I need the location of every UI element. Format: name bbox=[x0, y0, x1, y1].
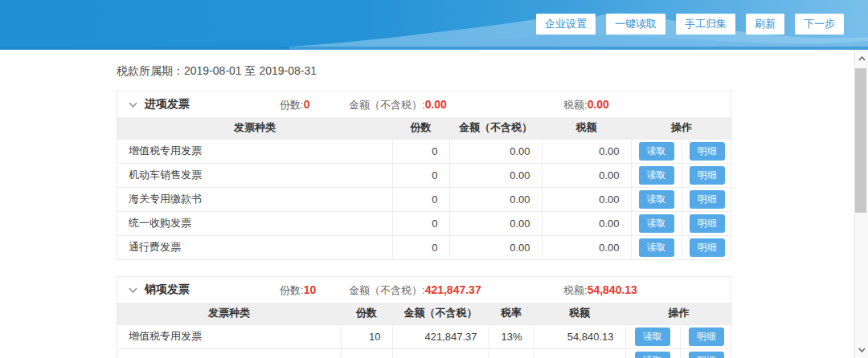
section-title: 销项发票 bbox=[145, 283, 190, 297]
detail-button[interactable]: 明细 bbox=[690, 190, 725, 209]
input-invoice-panel: 进项发票 份数:0 金额（不含税）:0.00 税额:0.00 发票种类 份数 金… bbox=[117, 91, 731, 260]
output-invoice-panel: 销项发票 份数:10 金额（不含税）:421,847.37 税额:54,840.… bbox=[117, 276, 731, 358]
invoice-type-cell: 机动车销售发票 bbox=[117, 163, 392, 187]
col-amount: 金额（不含税） bbox=[449, 117, 542, 139]
table-header-row: 发票种类 份数 金额（不含税） 税率 税额 操作 bbox=[117, 303, 732, 324]
detail-button[interactable]: 明细 bbox=[690, 238, 725, 257]
count-cell: 0 bbox=[392, 211, 449, 235]
col-invoice-type: 发票种类 bbox=[117, 117, 392, 139]
summary-tax: 税额:0.00 bbox=[563, 92, 609, 117]
amount-cell: 0.00 bbox=[449, 187, 542, 211]
invoice-type-cell: 增值税专用发票 bbox=[117, 324, 341, 348]
count-cell bbox=[341, 348, 392, 358]
amount-cell bbox=[392, 348, 489, 358]
top-header: 企业设置 一键读取 手工归集 刷新 下一步 bbox=[0, 0, 868, 50]
table-row: 机动车销售发票 0 0.00 0.00 读取 明细 bbox=[117, 163, 732, 187]
section-title: 进项发票 bbox=[145, 97, 190, 112]
main-content: 税款所属期：2019-08-01 至 2019-08-31 进项发票 份数:0 … bbox=[0, 50, 868, 358]
summary-count: 份数:0 bbox=[280, 92, 309, 117]
summary-tax: 税额:54,840.13 bbox=[563, 277, 637, 303]
input-invoice-section-header[interactable]: 进项发票 份数:0 金额（不含税）:0.00 税额:0.00 bbox=[117, 92, 731, 117]
detail-button[interactable]: 明细 bbox=[689, 352, 724, 358]
input-invoice-table: 发票种类 份数 金额（不含税） 税额 操作 增值税专用发票 0 0.00 0.0… bbox=[117, 117, 732, 259]
tax-period-value: 2019-08-01 至 2019-08-31 bbox=[184, 64, 317, 77]
col-tax: 税额 bbox=[542, 117, 631, 139]
amount-cell: 0.00 bbox=[449, 235, 542, 259]
enterprise-settings-button[interactable]: 企业设置 bbox=[536, 14, 596, 35]
tax-period-text: 税款所属期：2019-08-01 至 2019-08-31 bbox=[117, 64, 868, 79]
amount-cell: 0.00 bbox=[449, 163, 542, 187]
invoice-type-cell: 增值税专用发票 bbox=[117, 139, 392, 163]
invoice-type-cell: 通行费发票 bbox=[117, 235, 392, 259]
chevron-down-icon bbox=[129, 287, 137, 293]
chevron-down-icon bbox=[129, 102, 137, 108]
read-button[interactable]: 读取 bbox=[639, 166, 674, 185]
output-invoice-section-header[interactable]: 销项发票 份数:10 金额（不含税）:421,847.37 税额:54,840.… bbox=[117, 277, 731, 303]
summary-count: 份数:10 bbox=[280, 277, 316, 303]
summary-amount: 金额（不含税）:421,847.37 bbox=[349, 277, 481, 303]
count-cell: 0 bbox=[392, 235, 449, 259]
count-cell: 10 bbox=[341, 324, 392, 348]
count-cell: 0 bbox=[392, 139, 449, 163]
table-row: 通行费发票 0 0.00 0.00 读取 明细 bbox=[117, 235, 732, 259]
tax-cell: 0.00 bbox=[542, 163, 631, 187]
detail-button[interactable]: 明细 bbox=[690, 142, 725, 161]
col-count: 份数 bbox=[392, 117, 449, 139]
one-click-read-button[interactable]: 一键读取 bbox=[606, 14, 665, 35]
table-row: 增值税专用发票 10 421,847.37 13% 54,840.13 读取 明… bbox=[117, 324, 732, 348]
detail-button[interactable]: 明细 bbox=[689, 327, 724, 346]
tax-cell: 0.00 bbox=[542, 187, 631, 211]
scroll-down-icon[interactable] bbox=[855, 343, 868, 356]
table-row-partial: 读取 明细 bbox=[117, 348, 732, 358]
refresh-button[interactable]: 刷新 bbox=[746, 14, 784, 35]
tax-cell bbox=[534, 348, 625, 358]
rate-cell: 13% bbox=[489, 324, 534, 348]
amount-cell: 421,847.37 bbox=[392, 324, 489, 348]
read-button[interactable]: 读取 bbox=[639, 142, 674, 161]
output-invoice-table: 发票种类 份数 金额（不含税） 税率 税额 操作 增值税专用发票 10 421,… bbox=[117, 303, 732, 358]
scrollbar-thumb[interactable] bbox=[855, 68, 866, 213]
scroll-up-icon[interactable] bbox=[855, 51, 868, 65]
tax-cell: 0.00 bbox=[542, 139, 631, 163]
table-row: 海关专用缴款书 0 0.00 0.00 读取 明细 bbox=[117, 187, 732, 211]
vertical-scrollbar[interactable] bbox=[854, 50, 868, 358]
tax-cell: 54,840.13 bbox=[534, 324, 625, 348]
manual-collect-button[interactable]: 手工归集 bbox=[676, 14, 735, 35]
table-row: 增值税专用发票 0 0.00 0.00 读取 明细 bbox=[117, 139, 732, 163]
count-cell: 0 bbox=[392, 163, 449, 187]
col-invoice-type: 发票种类 bbox=[117, 303, 341, 324]
col-rate: 税率 bbox=[489, 303, 534, 324]
detail-button[interactable]: 明细 bbox=[690, 166, 725, 185]
tax-period-label: 税款所属期： bbox=[117, 64, 184, 77]
read-button[interactable]: 读取 bbox=[639, 214, 674, 233]
read-button[interactable]: 读取 bbox=[639, 190, 674, 209]
table-header-row: 发票种类 份数 金额（不含税） 税额 操作 bbox=[117, 117, 732, 139]
count-cell: 0 bbox=[392, 187, 449, 211]
col-tax: 税额 bbox=[534, 303, 625, 324]
amount-cell: 0.00 bbox=[449, 139, 542, 163]
read-button[interactable]: 读取 bbox=[635, 327, 670, 346]
amount-cell: 0.00 bbox=[449, 211, 542, 235]
col-count: 份数 bbox=[341, 303, 392, 324]
col-amount: 金额（不含税） bbox=[392, 303, 489, 324]
header-toolbar: 企业设置 一键读取 手工归集 刷新 下一步 bbox=[536, 14, 844, 35]
next-step-button[interactable]: 下一步 bbox=[795, 14, 844, 35]
rate-cell bbox=[489, 348, 534, 358]
col-actions: 操作 bbox=[625, 303, 732, 324]
read-button[interactable]: 读取 bbox=[639, 238, 674, 257]
detail-button[interactable]: 明细 bbox=[690, 214, 725, 233]
invoice-type-cell: 统一收购发票 bbox=[117, 211, 392, 235]
invoice-type-cell: 海关专用缴款书 bbox=[117, 187, 392, 211]
tax-cell: 0.00 bbox=[542, 211, 631, 235]
invoice-type-cell bbox=[117, 348, 341, 358]
col-actions: 操作 bbox=[631, 117, 732, 139]
read-button[interactable]: 读取 bbox=[635, 352, 670, 358]
table-row: 统一收购发票 0 0.00 0.00 读取 明细 bbox=[117, 211, 732, 235]
tax-cell: 0.00 bbox=[542, 235, 631, 259]
summary-amount: 金额（不含税）:0.00 bbox=[349, 92, 447, 117]
